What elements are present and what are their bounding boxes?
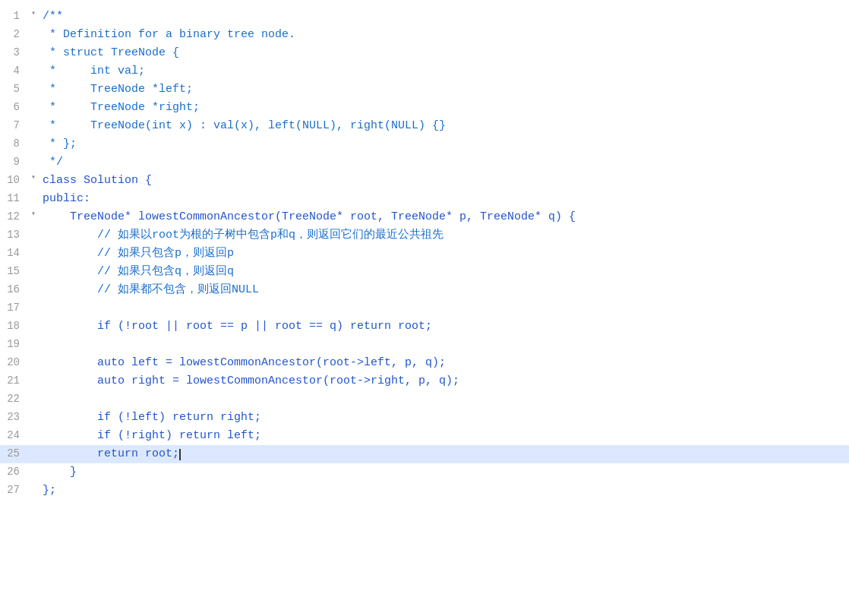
code-text: return root;: [39, 445, 849, 463]
code-line-row: 10▾class Solution {: [0, 172, 849, 190]
code-line-row: 21 auto right = lowestCommonAncestor(roo…: [0, 372, 849, 390]
code-line-row: 27};: [0, 482, 849, 500]
code-line-row: 6 * TreeNode *right;: [0, 99, 849, 117]
code-text: /**: [39, 8, 849, 26]
code-line-row: 12▾ TreeNode* lowestCommonAncestor(TreeN…: [0, 208, 849, 226]
line-number: 18: [0, 317, 27, 334]
code-line-row: 20 auto left = lowestCommonAncestor(root…: [0, 354, 849, 372]
code-text: auto left = lowestCommonAncestor(root->l…: [39, 354, 849, 372]
line-number: 25: [0, 445, 27, 462]
code-text: auto right = lowestCommonAncestor(root->…: [39, 372, 849, 390]
fold-arrow[interactable]: ▾: [27, 8, 39, 20]
line-number: 8: [0, 135, 27, 152]
line-number: 10: [0, 172, 27, 188]
code-text: */: [39, 153, 849, 172]
line-number: 2: [0, 26, 27, 43]
code-line-row: 22: [0, 390, 849, 409]
code-line-row: 24 if (!right) return left;: [0, 427, 849, 445]
line-number: 14: [0, 245, 27, 261]
code-line-row: 8 * };: [0, 135, 849, 153]
code-text: * Definition for a binary tree node.: [39, 26, 849, 44]
code-text: public:: [39, 190, 849, 208]
code-line-row: 15 // 如果只包含q，则返回q: [0, 263, 849, 281]
code-line-row: 23 if (!left) return right;: [0, 409, 849, 427]
code-line-row: 25 return root;: [0, 445, 849, 463]
code-line-row: 13 // 如果以root为根的子树中包含p和q，则返回它们的最近公共祖先: [0, 226, 849, 245]
line-number: 20: [0, 354, 27, 371]
code-line-row: 17: [0, 299, 849, 317]
line-number: 16: [0, 281, 27, 298]
code-text: class Solution {: [39, 172, 849, 190]
line-number: 26: [0, 463, 27, 480]
code-line-row: 4 * int val;: [0, 62, 849, 81]
code-lines-container: 1▾/**2 * Definition for a binary tree no…: [0, 8, 849, 608]
code-text: // 如果只包含q，则返回q: [39, 263, 849, 281]
code-line-row: 26 }: [0, 463, 849, 482]
code-line-row: 3 * struct TreeNode {: [0, 44, 849, 62]
line-number: 12: [0, 208, 27, 225]
code-text: * int val;: [39, 62, 849, 81]
code-line-row: 19: [0, 336, 849, 354]
code-line-row: 2 * Definition for a binary tree node.: [0, 26, 849, 44]
code-text: TreeNode* lowestCommonAncestor(TreeNode*…: [39, 208, 849, 226]
line-number: 4: [0, 62, 27, 79]
code-line-row: 14 // 如果只包含p，则返回p: [0, 245, 849, 263]
code-text: * TreeNode(int x) : val(x), left(NULL), …: [39, 117, 849, 135]
line-number: 7: [0, 117, 27, 134]
line-number: 22: [0, 390, 27, 407]
code-line-row: 1▾/**: [0, 8, 849, 26]
code-text: if (!right) return left;: [39, 427, 849, 445]
fold-arrow[interactable]: ▾: [27, 172, 39, 184]
code-line-row: 9 */: [0, 153, 849, 172]
code-text: if (!root || root == p || root == q) ret…: [39, 317, 849, 336]
line-number: 9: [0, 153, 27, 170]
code-text: * TreeNode *left;: [39, 81, 849, 99]
line-number: 15: [0, 263, 27, 280]
line-number: 21: [0, 372, 27, 389]
line-number: 3: [0, 44, 27, 61]
code-text: }: [39, 463, 849, 482]
code-text: * struct TreeNode {: [39, 44, 849, 62]
code-line-row: 18 if (!root || root == p || root == q) …: [0, 317, 849, 336]
line-number: 13: [0, 226, 27, 243]
line-number: 1: [0, 8, 27, 24]
line-number: 11: [0, 190, 27, 207]
code-text: // 如果只包含p，则返回p: [39, 245, 849, 263]
code-text: // 如果以root为根的子树中包含p和q，则返回它们的最近公共祖先: [39, 226, 849, 245]
code-text: * TreeNode *right;: [39, 99, 849, 117]
code-line-row: 11public:: [0, 190, 849, 208]
fold-arrow[interactable]: ▾: [27, 208, 39, 220]
code-line-row: 7 * TreeNode(int x) : val(x), left(NULL)…: [0, 117, 849, 135]
line-number: 24: [0, 427, 27, 444]
code-editor: 1▾/**2 * Definition for a binary tree no…: [0, 0, 849, 616]
code-text: // 如果都不包含，则返回NULL: [39, 281, 849, 299]
code-text: if (!left) return right;: [39, 409, 849, 427]
line-number: 17: [0, 299, 27, 316]
code-line-row: 5 * TreeNode *left;: [0, 81, 849, 99]
line-number: 23: [0, 409, 27, 425]
line-number: 19: [0, 336, 27, 352]
line-number: 27: [0, 482, 27, 498]
line-number: 5: [0, 81, 27, 97]
code-text: * };: [39, 135, 849, 153]
line-number: 6: [0, 99, 27, 115]
code-text: };: [39, 482, 849, 500]
code-line-row: 16 // 如果都不包含，则返回NULL: [0, 281, 849, 299]
